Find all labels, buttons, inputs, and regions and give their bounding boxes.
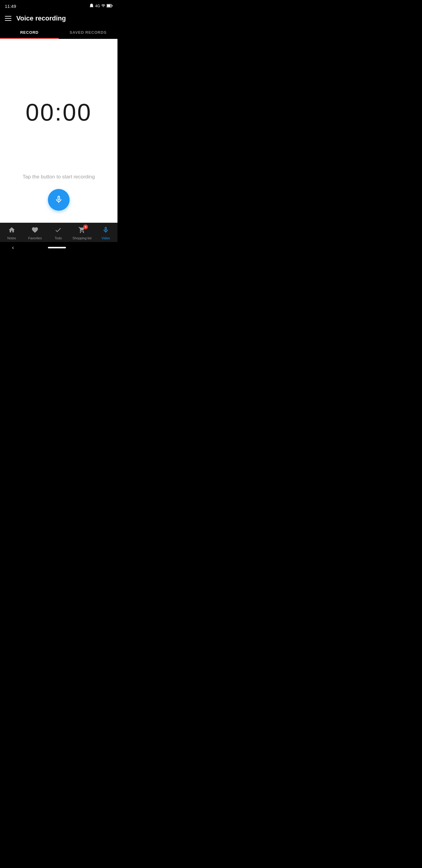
- recording-hint-text: Tap the button to start recording: [23, 174, 95, 189]
- menu-button[interactable]: [5, 16, 11, 21]
- nav-label-notes: Notes: [7, 236, 16, 240]
- battery-icon: [107, 4, 112, 9]
- nav-item-notes[interactable]: Notes: [3, 226, 21, 240]
- shopping-badge: 6: [83, 224, 88, 229]
- nav-item-shopping[interactable]: 6 Shopping list: [73, 226, 92, 240]
- timer-display: 00:00: [26, 98, 92, 126]
- status-icons: 4G: [89, 3, 112, 9]
- tab-record[interactable]: RECORD: [0, 26, 59, 39]
- svg-rect-1: [107, 4, 110, 7]
- nav-label-shopping: Shopping list: [73, 236, 92, 240]
- status-bar: 11:49 4G: [0, 0, 118, 12]
- tab-saved-records[interactable]: SAVED RECORDS: [59, 26, 118, 39]
- app-title: Voice recording: [16, 14, 66, 22]
- home-icon: [8, 226, 15, 236]
- svg-rect-2: [112, 5, 112, 6]
- shopping-badge-wrapper: 6: [78, 226, 86, 236]
- record-button-wrapper: [48, 189, 70, 211]
- network-label: 4G: [95, 4, 100, 8]
- check-icon: [55, 226, 62, 236]
- nav-label-favorites: Favorites: [28, 236, 41, 240]
- gesture-bar: ‹: [0, 242, 118, 254]
- bottom-nav: Notes Favorites Todo 6 Shopping l: [0, 223, 118, 242]
- signal-icon: [101, 4, 105, 9]
- tabs-container: RECORD SAVED RECORDS: [0, 26, 118, 39]
- main-content: 00:00 Tap the button to start recording: [0, 39, 118, 223]
- nav-item-favorites[interactable]: Favorites: [26, 226, 44, 240]
- app-header: Voice recording: [0, 12, 118, 26]
- back-button[interactable]: ‹: [12, 244, 14, 251]
- nav-label-video: Video: [101, 236, 110, 240]
- microphone-icon: [54, 195, 63, 205]
- ghost-status-icon: [89, 3, 94, 9]
- mic-nav-icon: [102, 226, 109, 236]
- status-time: 11:49: [5, 4, 16, 9]
- nav-item-todo[interactable]: Todo: [49, 226, 67, 240]
- heart-icon: [31, 226, 38, 236]
- home-pill[interactable]: [48, 247, 66, 248]
- start-recording-button[interactable]: [48, 189, 70, 211]
- nav-label-todo: Todo: [55, 236, 62, 240]
- timer-section: 00:00: [26, 51, 92, 174]
- nav-item-video[interactable]: Video: [97, 226, 115, 240]
